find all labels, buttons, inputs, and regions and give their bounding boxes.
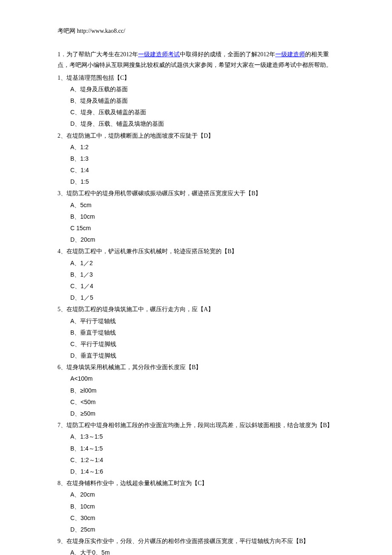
option-c: C、<50m bbox=[58, 397, 337, 408]
option-d: D、20cm bbox=[58, 234, 337, 245]
option-d: D、垂直于堤脚线 bbox=[58, 350, 337, 361]
option-c: C 15cm bbox=[58, 223, 337, 234]
question-8: 8、在堤身铺料作业中，边线超余量机械施工时宜为【C】 A、20cm B、10cm… bbox=[58, 478, 337, 535]
question-1: 1、堤基清理范围包括【C】 A、堤身及压载的基面 B、堤身及铺盖的基面 C、堤身… bbox=[58, 72, 337, 130]
site-label: 考吧网 http://www.kao8.cc/ bbox=[58, 28, 125, 34]
option-b: B、垂直于堤轴线 bbox=[58, 327, 337, 338]
intro-paragraph: 1．为了帮助广大考生在2012年一级建造师考试中取得好的成绩，全面的了解2012… bbox=[58, 49, 337, 70]
option-d: D、堤身、压载、铺盖及填塘的基面 bbox=[58, 119, 337, 129]
option-c: C、1:2～1:4 bbox=[58, 455, 337, 465]
option-d: D、25cm bbox=[58, 524, 337, 535]
question-7: 7、堤防工程中堤身相邻施工段的作业面宜均衡上升，段间出现高差，应以斜坡面相接，结… bbox=[58, 420, 337, 477]
option-a: A、堤身及压载的基面 bbox=[58, 84, 337, 95]
option-c: C、1／4 bbox=[58, 281, 337, 292]
question-stem: 8、在堤身铺料作业中，边线超余量机械施工时宜为【C】 bbox=[58, 478, 337, 489]
option-b: B、1／3 bbox=[58, 269, 337, 280]
option-a: A、1:3～1:5 bbox=[58, 431, 337, 442]
question-stem: 4、在堤防工程中，铲运机兼作压实机械时，轮迹应搭压轮宽的【B】 bbox=[58, 246, 337, 257]
question-stem: 2、在堤防施工中，堤防横断面上的地面坡度不应陡于【D】 bbox=[58, 130, 337, 141]
question-stem: 7、堤防工程中堤身相邻施工段的作业面宜均衡上升，段间出现高差，应以斜坡面相接，结… bbox=[58, 420, 337, 431]
question-stem: 9、在堤身压实作业中，分段、分片碾压的相邻作业面搭接碾压宽度，平行堤轴线方向不应… bbox=[58, 536, 337, 546]
question-stem: 6、堤身填筑采用机械施工，其分段作业面长度应【B】 bbox=[58, 362, 337, 373]
option-b: B、10cm bbox=[58, 501, 337, 512]
question-4: 4、在堤防工程中，铲运机兼作压实机械时，轮迹应搭压轮宽的【B】 A、1／2 B、… bbox=[58, 246, 337, 303]
option-a: A、平行于堤轴线 bbox=[58, 316, 337, 327]
question-stem: 1、堤基清理范围包括【C】 bbox=[58, 72, 337, 83]
exam-link-2[interactable]: 一级建造师 bbox=[275, 51, 305, 58]
option-d: D、≥50m bbox=[58, 408, 337, 419]
question-5: 5、在堤防工程的堤身填筑施工中，碾压行走方向，应【A】 A、平行于堤轴线 B、垂… bbox=[58, 304, 337, 361]
option-a: A、20cm bbox=[58, 489, 337, 500]
option-d: D、1:5 bbox=[58, 176, 337, 187]
option-d: D、1:4～1:6 bbox=[58, 466, 337, 477]
intro-mid1: 中取得好的成绩，全面的了解2012年 bbox=[180, 51, 275, 58]
intro-prefix: 1．为了帮助广大考生在2012年 bbox=[58, 51, 138, 58]
option-c: C、堤身、压载及铺盖的基面 bbox=[58, 107, 337, 118]
option-b: B、10cm bbox=[58, 211, 337, 222]
option-c: C、平行于堤脚线 bbox=[58, 339, 337, 350]
question-stem: 3、堤防工程中的堤身用机带碾磙或振动碾压实时，碾迹搭压宽度应大于【B】 bbox=[58, 188, 337, 199]
question-6: 6、堤身填筑采用机械施工，其分段作业面长度应【B】 A<100m B、≥l00m… bbox=[58, 362, 337, 419]
option-a: A、大于0、5m bbox=[58, 547, 337, 555]
option-b: B、堤身及铺盖的基面 bbox=[58, 95, 337, 106]
option-c: C、1:4 bbox=[58, 165, 337, 176]
option-c: C、30cm bbox=[58, 513, 337, 523]
option-d: D、1／5 bbox=[58, 292, 337, 303]
option-b: B、≥l00m bbox=[58, 385, 337, 396]
page-header: 考吧网 http://www.kao8.cc/ bbox=[58, 26, 337, 36]
question-2: 2、在堤防施工中，堤防横断面上的地面坡度不应陡于【D】 A、1:2 B、1:3 … bbox=[58, 130, 337, 188]
option-b: B、1:3 bbox=[58, 153, 337, 164]
option-a: A、5cm bbox=[58, 200, 337, 211]
option-a: A、1:2 bbox=[58, 142, 337, 153]
question-stem: 5、在堤防工程的堤身填筑施工中，碾压行走方向，应【A】 bbox=[58, 304, 337, 315]
exam-link-1[interactable]: 一级建造师考试 bbox=[138, 51, 180, 58]
option-b: B、1:4～1:5 bbox=[58, 443, 337, 454]
option-a: A、1／2 bbox=[58, 258, 337, 269]
question-9: 9、在堤身压实作业中，分段、分片碾压的相邻作业面搭接碾压宽度，平行堤轴线方向不应… bbox=[58, 536, 337, 555]
question-3: 3、堤防工程中的堤身用机带碾磙或振动碾压实时，碾迹搭压宽度应大于【B】 A、5c… bbox=[58, 188, 337, 245]
option-a: A<100m bbox=[58, 373, 337, 384]
